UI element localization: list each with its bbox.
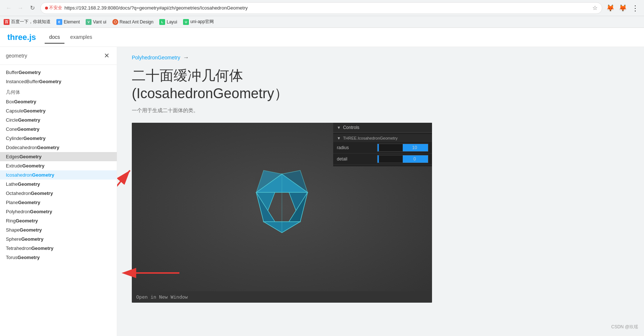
sidebar-header: geometry ✕: [0, 47, 117, 65]
controls-radius-label: radius: [337, 145, 377, 150]
breadcrumb: PolyhedronGeometry →: [132, 54, 629, 61]
controls-group: ▼ THREE.IcosahedronGeometry radius 10: [333, 133, 432, 166]
sidebar-item-icosahedron-geometry[interactable]: IcosahedronGeometry: [0, 170, 117, 180]
sidebar-title: geometry: [6, 53, 27, 59]
controls-toggle-icon: ▼: [337, 125, 341, 130]
uniapp-favicon: U: [183, 19, 189, 25]
url-display: https://192.168.2.39:8080/docs/?q=geomet…: [64, 5, 590, 11]
sidebar-item-cylinder-geometry[interactable]: CylinderGeometry: [0, 134, 117, 143]
menu-button[interactable]: ⋮: [630, 3, 640, 13]
element-label: Element: [64, 19, 80, 25]
sidebar-item-polyhedron-geometry[interactable]: PolyhedronGeometry: [0, 207, 117, 216]
bookmark-vant[interactable]: V Vant ui: [86, 19, 106, 25]
controls-detail-slider[interactable]: 0: [377, 155, 428, 163]
sidebar-item-octahedron-geometry[interactable]: OctahedronGeometry: [0, 189, 117, 198]
viewport-footer: Open in New Window: [132, 291, 432, 303]
bookmark-baidu[interactable]: 百 百度一下，你就知道: [4, 19, 51, 25]
breadcrumb-link[interactable]: PolyhedronGeometry: [132, 55, 180, 60]
uniapp-label: uni-app官网: [190, 19, 214, 25]
sidebar-item-lathe-geometry[interactable]: LatheGeometry: [0, 180, 117, 189]
sidebar-item-sphere-geometry[interactable]: SphereGeometry: [0, 235, 117, 244]
bookmarks-bar: 百 百度一下，你就知道 E Element V Vant ui ⬡ React …: [0, 16, 644, 28]
react-ant-favicon: ⬡: [112, 19, 118, 25]
site-header: three.js docs examples: [0, 28, 644, 47]
sidebar-close-button[interactable]: ✕: [102, 51, 111, 60]
sidebar-item-shape-geometry[interactable]: ShapeGeometry: [0, 225, 117, 235]
security-badge: 不安全: [45, 5, 62, 11]
controls-radius-value: 10: [403, 144, 428, 151]
extension-button[interactable]: 🦊: [605, 3, 615, 13]
controls-detail-track: [379, 155, 403, 163]
layui-favicon: L: [159, 19, 165, 25]
security-label: 不安全: [49, 5, 62, 11]
layui-label: Layui: [167, 19, 177, 25]
bookmark-element[interactable]: E Element: [56, 19, 80, 25]
address-bar[interactable]: 不安全 https://192.168.2.39:8080/docs/?q=ge…: [40, 2, 602, 14]
sidebar-item-box-geometry[interactable]: BoxGeometry: [0, 97, 117, 106]
bookmark-react-ant[interactable]: ⬡ React Ant Design: [112, 19, 154, 25]
baidu-favicon: 百: [4, 19, 10, 25]
sidebar-list[interactable]: BufferGeometry InstancedBufferGeometry 几…: [0, 65, 117, 336]
sidebar-item-buffer-geometry[interactable]: BufferGeometry: [0, 68, 117, 77]
icosahedron-3d: [236, 167, 328, 247]
forward-button[interactable]: →: [15, 3, 26, 13]
controls-radius-track: [379, 144, 403, 151]
nav-examples[interactable]: examples: [66, 31, 97, 44]
controls-group-toggle: ▼: [337, 136, 341, 140]
back-button[interactable]: ←: [4, 3, 14, 13]
vant-favicon: V: [86, 19, 92, 25]
baidu-label: 百度一下，你就知道: [11, 19, 51, 25]
controls-row-detail: detail 0: [333, 154, 432, 165]
sidebar-item-circle-geometry[interactable]: CircleGeometry: [0, 115, 117, 125]
sidebar-section-geometry: 几何体: [0, 86, 117, 97]
sidebar-item-ring-geometry[interactable]: RingGeometry: [0, 216, 117, 225]
sidebar: geometry ✕ BufferGeometry InstancedBuffe…: [0, 47, 117, 336]
vant-label: Vant ui: [93, 19, 106, 25]
nav-buttons: ← → ↻: [4, 3, 37, 13]
controls-group-title: THREE.IcosahedronGeometry: [343, 136, 398, 140]
sidebar-item-extrude-geometry[interactable]: ExtrudeGeometry: [0, 161, 117, 170]
controls-detail-value: 0: [403, 155, 428, 163]
security-dot-icon: [45, 7, 48, 10]
react-ant-label: React Ant Design: [120, 19, 154, 25]
page-title: 二十面缓冲几何体 (IcosahedronGeometry）: [132, 67, 629, 103]
controls-row-radius: radius 10: [333, 142, 432, 154]
site-logo[interactable]: three.js: [7, 33, 36, 42]
sidebar-item-instanced-buffer-geometry[interactable]: InstancedBufferGeometry: [0, 77, 117, 86]
page-title-en: (IcosahedronGeometry）: [132, 86, 288, 101]
controls-panel: ▼ Controls ▼ THREE.IcosahedronGeometry r…: [333, 123, 432, 166]
controls-panel-header: ▼ Controls: [333, 123, 432, 133]
open-new-window-link[interactable]: Open in New Window: [136, 294, 188, 300]
sidebar-item-capsule-geometry[interactable]: CapsuleGeometry: [0, 106, 117, 115]
sidebar-item-cone-geometry[interactable]: ConeGeometry: [0, 125, 117, 134]
profile-button[interactable]: 🦊: [618, 3, 628, 13]
viewport-container: ▼ Controls ▼ THREE.IcosahedronGeometry r…: [132, 123, 432, 303]
main-layout: geometry ✕ BufferGeometry InstancedBuffe…: [0, 47, 644, 336]
reload-button[interactable]: ↻: [27, 3, 37, 13]
sidebar-item-torus-geometry[interactable]: TorusGeometry: [0, 253, 117, 262]
sidebar-item-edges-geometry[interactable]: EdgesGeometry: [0, 152, 117, 161]
controls-radius-slider[interactable]: 10: [377, 144, 428, 152]
viewport-wrapper: ▼ Controls ▼ THREE.IcosahedronGeometry r…: [132, 123, 432, 303]
svg-line-2: [117, 170, 130, 251]
controls-group-header: ▼ THREE.IcosahedronGeometry: [333, 134, 432, 142]
browser-toolbar: ← → ↻ 不安全 https://192.168.2.39:8080/docs…: [0, 0, 644, 16]
page-description: 一个用于生成二十面体的类。: [132, 107, 629, 114]
nav-docs[interactable]: docs: [45, 31, 64, 44]
bookmark-button[interactable]: ☆: [592, 4, 598, 11]
breadcrumb-arrow-icon: →: [183, 54, 189, 61]
site-nav: docs examples: [45, 31, 97, 44]
controls-detail-label: detail: [337, 156, 377, 162]
sidebar-item-dodecahedron-geometry[interactable]: DodecahedronGeometry: [0, 143, 117, 152]
browser-window: ← → ↻ 不安全 https://192.168.2.39:8080/docs…: [0, 0, 644, 336]
sidebar-item-tetrahedron-geometry[interactable]: TetrahedronGeometry: [0, 244, 117, 253]
page-title-zh: 二十面缓冲几何体: [132, 68, 243, 83]
watermark: CSDN @玖瑶: [611, 324, 638, 330]
bookmark-uniapp[interactable]: U uni-app官网: [183, 19, 214, 25]
bookmark-layui[interactable]: L Layui: [159, 19, 177, 25]
content-area: PolyhedronGeometry → 二十面缓冲几何体 (Icosahedr…: [117, 47, 644, 336]
page-content: three.js docs examples geometry ✕ Buffer…: [0, 28, 644, 336]
browser-icons: 🦊 🦊 ⋮: [605, 3, 640, 13]
sidebar-item-plane-geometry[interactable]: PlaneGeometry: [0, 198, 117, 207]
element-favicon: E: [56, 19, 62, 25]
